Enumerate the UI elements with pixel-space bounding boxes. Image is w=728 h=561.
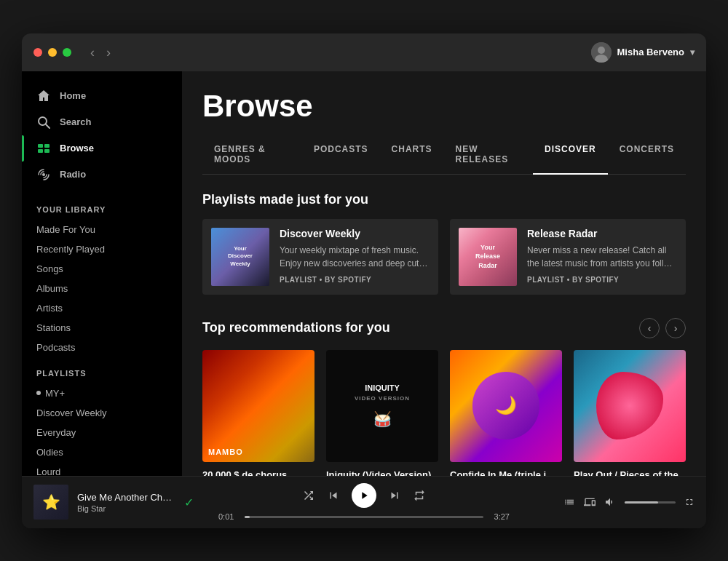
shuffle-button[interactable] bbox=[302, 489, 315, 502]
svg-line-4 bbox=[46, 124, 50, 128]
nav-buttons: ‹ › bbox=[639, 318, 686, 338]
album-title: 20.000 $ de chorus bbox=[202, 469, 314, 476]
volume-bar[interactable] bbox=[625, 501, 676, 504]
release-radar-label: YourReleaseRadar bbox=[475, 243, 500, 271]
close-button[interactable] bbox=[33, 48, 42, 57]
tab-charts[interactable]: CHARTS bbox=[380, 135, 444, 175]
repeat-button[interactable] bbox=[413, 489, 426, 502]
play-out-blob bbox=[596, 372, 663, 439]
play-pause-button[interactable] bbox=[352, 483, 376, 508]
svg-point-1 bbox=[598, 47, 605, 54]
playlist-name: Release Radar bbox=[527, 228, 677, 239]
fullscreen-button[interactable] bbox=[684, 497, 695, 507]
volume-button[interactable] bbox=[604, 496, 616, 508]
minimize-button[interactable] bbox=[48, 48, 57, 57]
sidebar-item-label: MY+ bbox=[45, 388, 65, 399]
sidebar-item-search[interactable]: Search bbox=[22, 109, 182, 135]
album-cover-mambo: MAMBO bbox=[202, 350, 314, 462]
sidebar-item-browse[interactable]: Browse bbox=[22, 135, 182, 162]
playlist-card-release-radar[interactable]: YourReleaseRadar Release Radar Never mis… bbox=[450, 219, 686, 295]
window-controls bbox=[33, 48, 71, 57]
app-window: ‹ › Misha Berveno ▾ bbox=[22, 33, 706, 528]
next-button[interactable] bbox=[388, 489, 401, 502]
recommendations-title: Top recommendations for you bbox=[202, 320, 390, 335]
tabs-bar: GENRES & MOODS PODCASTS CHARTS NEW RELEA… bbox=[202, 135, 686, 175]
nav-arrows: ‹ › bbox=[86, 43, 115, 62]
content-body: Playlists made just for you YourDiscover… bbox=[182, 175, 706, 476]
sidebar-item-radio[interactable]: Radio bbox=[22, 162, 182, 188]
next-button[interactable]: › bbox=[665, 318, 686, 338]
album-title: Confide In Me (triple j Like A Version) bbox=[450, 469, 562, 476]
chevron-down-icon: ▾ bbox=[690, 47, 695, 57]
maximize-button[interactable] bbox=[63, 48, 71, 57]
sidebar-item-home[interactable]: Home bbox=[22, 83, 182, 109]
sidebar-item-stations[interactable]: Stations bbox=[22, 318, 182, 338]
sidebar-item-everyday[interactable]: Everyday bbox=[22, 423, 182, 442]
playlist-info: Discover Weekly Your weekly mixtape of f… bbox=[280, 228, 430, 284]
album-card-iniquity[interactable]: INIQUITY VIDEO VERSION 🥁 Iniquity (Video… bbox=[326, 350, 438, 476]
player-controls bbox=[302, 483, 426, 508]
player-album-art: ⭐ bbox=[33, 485, 68, 520]
confide-figure: 🌙 bbox=[472, 372, 539, 439]
album-card-play-out[interactable]: Play Out / Pieces of the Day Zola Blood bbox=[574, 350, 686, 476]
back-button[interactable]: ‹ bbox=[86, 43, 99, 62]
mambo-text: MAMBO bbox=[208, 447, 243, 456]
queue-button[interactable] bbox=[563, 496, 575, 508]
sidebar-item-my-plus[interactable]: MY+ bbox=[22, 383, 182, 403]
sidebar-item-songs[interactable]: Songs bbox=[22, 259, 182, 279]
prev-button[interactable]: ‹ bbox=[639, 318, 660, 338]
player-bar: ⭐ Give Me Another Chance Big Star ✓ bbox=[22, 476, 706, 528]
playlist-cards: YourDiscoverWeekly Discover Weekly Your … bbox=[202, 219, 686, 295]
album-card-mambo[interactable]: MAMBO 20.000 $ de chorus Mambo bbox=[202, 350, 314, 476]
sidebar-item-label: Search bbox=[60, 116, 91, 127]
confide-cover-art: 🌙 bbox=[450, 350, 562, 462]
home-icon bbox=[36, 89, 51, 103]
player-artist-name: Big Star bbox=[77, 504, 175, 513]
player-track-info: Give Me Another Chance Big Star bbox=[77, 492, 175, 513]
sidebar-item-discover-weekly[interactable]: Discover Weekly bbox=[22, 403, 182, 423]
sidebar-item-podcasts[interactable]: Podcasts bbox=[22, 338, 182, 357]
radio-icon bbox=[36, 167, 51, 182]
user-area[interactable]: Misha Berveno ▾ bbox=[591, 42, 695, 63]
devices-button[interactable] bbox=[584, 496, 596, 508]
sidebar-item-label: Radio bbox=[60, 169, 86, 180]
sidebar-item-recently-played[interactable]: Recently Played bbox=[22, 239, 182, 259]
username-label: Misha Berveno bbox=[617, 47, 684, 57]
player-track-name: Give Me Another Chance bbox=[77, 492, 175, 503]
sidebar-item-lourd[interactable]: Lourd bbox=[22, 462, 182, 476]
mambo-cover-art: MAMBO bbox=[202, 350, 314, 462]
svg-rect-5 bbox=[38, 144, 43, 148]
sidebar-item-oldies[interactable]: Oldies bbox=[22, 442, 182, 462]
tab-new-releases[interactable]: NEW RELEASES bbox=[444, 135, 533, 175]
playlist-name: Discover Weekly bbox=[280, 228, 430, 239]
main-layout: Home Search bbox=[22, 71, 706, 476]
forward-button[interactable]: › bbox=[102, 43, 115, 62]
player-right bbox=[534, 496, 695, 508]
iniquity-instrument-icon: 🥁 bbox=[373, 410, 392, 428]
sidebar-item-label: Browse bbox=[60, 143, 94, 154]
album-cover-confide: 🌙 bbox=[450, 350, 562, 462]
svg-rect-7 bbox=[38, 149, 43, 153]
tab-genres-moods[interactable]: GENRES & MOODS bbox=[202, 135, 302, 175]
current-time: 0:01 bbox=[218, 512, 239, 521]
sidebar-item-artists[interactable]: Artists bbox=[22, 298, 182, 318]
album-grid: MAMBO 20.000 $ de chorus Mambo INIQUITY … bbox=[202, 350, 686, 476]
search-icon bbox=[36, 115, 51, 130]
like-button[interactable]: ✓ bbox=[184, 496, 194, 509]
playlist-card-discover-weekly[interactable]: YourDiscoverWeekly Discover Weekly Your … bbox=[202, 219, 438, 295]
album-title: Iniquity (Video Version) bbox=[326, 469, 438, 476]
playlists-section-title: Playlists made just for you bbox=[202, 192, 686, 207]
tab-discover[interactable]: DISCOVER bbox=[533, 135, 608, 175]
sidebar-item-albums[interactable]: Albums bbox=[22, 279, 182, 298]
tab-podcasts[interactable]: PODCASTS bbox=[302, 135, 380, 175]
playlist-meta: PLAYLIST • BY SPOTIFY bbox=[527, 276, 677, 284]
iniquity-sub: VIDEO VERSION bbox=[355, 395, 410, 402]
total-time: 3:27 bbox=[489, 512, 510, 521]
playlists-section-label: PLAYLISTS bbox=[22, 357, 182, 383]
tab-concerts[interactable]: CONCERTS bbox=[608, 135, 686, 175]
album-card-confide[interactable]: 🌙 Confide In Me (triple j Like A Version… bbox=[450, 350, 562, 476]
svg-rect-8 bbox=[44, 149, 50, 153]
previous-button[interactable] bbox=[327, 489, 340, 502]
progress-track[interactable] bbox=[245, 516, 483, 518]
sidebar-item-made-for-you[interactable]: Made For You bbox=[22, 220, 182, 239]
